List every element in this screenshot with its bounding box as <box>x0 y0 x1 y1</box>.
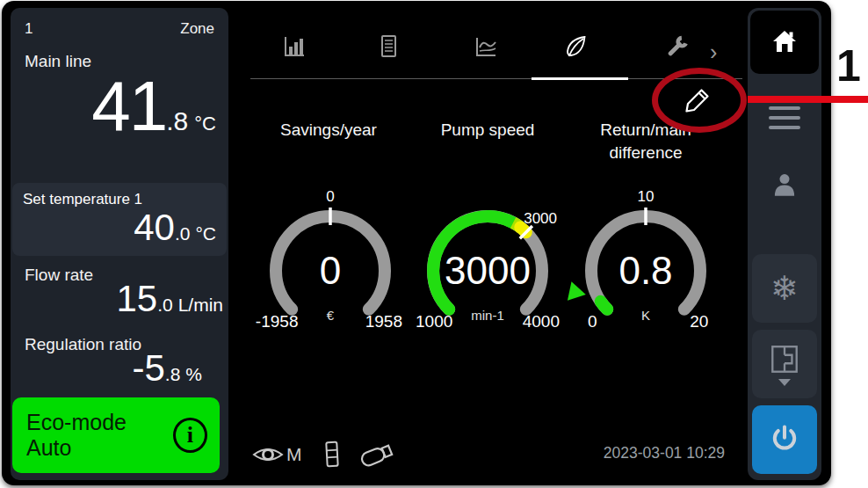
eco-mode-button[interactable]: Eco-mode Auto i <box>12 397 220 473</box>
floor-plan-icon <box>768 343 801 376</box>
user-icon <box>769 169 800 202</box>
gauge-title-pump-speed: Pump speed <box>417 119 558 142</box>
mode-letter: M <box>286 444 302 465</box>
hamburger-icon <box>769 106 800 110</box>
callout-circle <box>652 68 747 133</box>
zone-number: 1 <box>25 20 33 38</box>
more-tabs-chevron-icon[interactable]: › <box>710 40 717 65</box>
eye-icon <box>251 443 285 466</box>
module-icon <box>323 440 341 470</box>
snowflake-icon: ❄ <box>770 269 799 308</box>
svg-text:20: 20 <box>690 312 708 331</box>
set-temperature-card[interactable]: Set temperature 1 40.0°C <box>12 183 227 256</box>
status-icons: M <box>251 439 399 470</box>
home-icon <box>769 27 800 57</box>
usb-stick-icon <box>357 439 399 470</box>
home-button[interactable] <box>750 11 819 74</box>
zone-panel: 1 Zone Main line 41.8°C Set temperature … <box>11 8 228 480</box>
active-tab-indicator <box>532 77 628 80</box>
zones-button[interactable] <box>752 330 817 398</box>
eco-mode-label: Eco-mode Auto <box>26 410 173 461</box>
gauge-return-main: 100.8K020 <box>562 183 729 352</box>
svg-text:3000: 3000 <box>524 210 557 227</box>
info-icon[interactable]: i <box>173 418 207 453</box>
svg-text:1958: 1958 <box>365 312 402 331</box>
datetime: 2023-03-01 10:29 <box>604 444 725 463</box>
svg-text:€: € <box>327 308 335 323</box>
power-icon <box>768 423 801 456</box>
svg-text:min-1: min-1 <box>471 308 504 323</box>
document-icon[interactable] <box>375 33 401 60</box>
trend-chart-icon[interactable] <box>473 33 499 60</box>
zone-label: Zone <box>180 20 214 38</box>
gauge-pump-speed: 30003000min-110004000 <box>404 183 571 352</box>
callout-line <box>748 96 868 103</box>
defrost-button[interactable]: ❄ <box>752 254 817 323</box>
flow-rate-value: 15.0L/min <box>11 280 228 318</box>
svg-text:1000: 1000 <box>416 312 452 331</box>
svg-text:K: K <box>641 308 650 323</box>
svg-text:0.8: 0.8 <box>618 249 672 292</box>
user-button[interactable] <box>769 169 800 206</box>
power-button[interactable] <box>752 405 817 474</box>
regulation-ratio-value: -5.8% <box>11 349 228 388</box>
callout-number: 1 <box>836 44 861 88</box>
svg-text:4000: 4000 <box>523 312 560 331</box>
set-temperature-value: 40.0°C <box>12 208 227 247</box>
wrench-icon[interactable] <box>664 33 691 60</box>
set-temperature-label: Set temperature 1 <box>12 191 227 208</box>
chevron-down-icon <box>778 379 791 386</box>
gauge-savings: 00€-19581958 <box>247 183 414 352</box>
nav-sidebar: ❄ <box>748 8 821 480</box>
bar-chart-icon[interactable] <box>281 33 307 60</box>
screenshot-stage: 1 Zone Main line 41.8°C Set temperature … <box>0 0 868 488</box>
svg-text:-1958: -1958 <box>256 312 299 331</box>
svg-text:10: 10 <box>638 188 655 205</box>
svg-text:3000: 3000 <box>445 249 531 292</box>
main-line-temperature: 41.8°C <box>11 71 228 140</box>
menu-button[interactable] <box>769 106 800 135</box>
gauge-title-savings: Savings/year <box>258 119 399 142</box>
svg-text:0: 0 <box>588 312 597 331</box>
svg-text:0: 0 <box>320 249 341 292</box>
leaf-icon[interactable] <box>562 33 589 60</box>
svg-text:0: 0 <box>326 188 334 205</box>
